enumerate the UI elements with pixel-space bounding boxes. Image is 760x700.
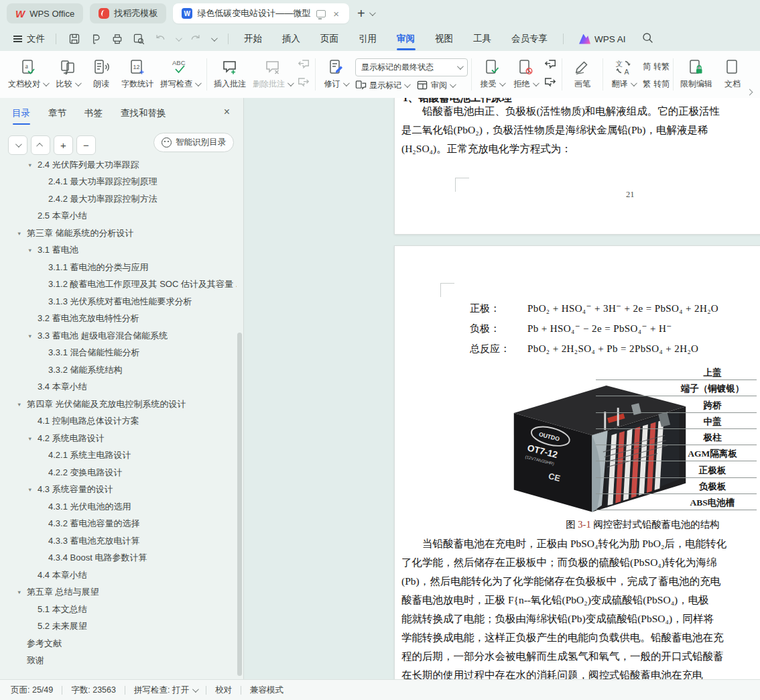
menu-item-tools[interactable]: 工具 <box>463 27 501 51</box>
toc-item[interactable]: ▼ 4.3.3 蓄电池充放电计算 <box>0 532 237 550</box>
toc-collapse-triangle-icon[interactable]: ▼ <box>17 402 21 408</box>
body-text-line[interactable]: (Pb)，然后电能转化为了化学能储存在负极板中，完成了蓄电池的充电 <box>401 572 760 591</box>
toc-item[interactable]: ▼ 4.2.1 系统主电路设计 <box>0 447 237 465</box>
toc-next-heading-button[interactable] <box>8 135 27 155</box>
print-icon[interactable] <box>111 33 123 45</box>
toc-collapse-all-button[interactable]: − <box>76 135 96 155</box>
toc-collapse-triangle-icon[interactable]: ▼ <box>27 333 32 339</box>
body-text-line[interactable]: 当铅酸蓄电池在充电时，正极由 PbSO₄转化为肋 PbO₂后，电能转化 <box>401 534 760 553</box>
toc-item[interactable]: ▼ 2.4.1 最大功率跟踪控制原理 <box>0 174 237 191</box>
save-icon[interactable] <box>68 33 80 45</box>
toc-collapse-triangle-icon[interactable]: ▼ <box>27 487 32 493</box>
insert-comment-button[interactable]: 插入批注 <box>210 56 249 93</box>
toc-item[interactable]: ▼ 3.1.1 蓄电池的分类与应用 <box>0 259 237 276</box>
tab-wps-home[interactable]: W WPS Office <box>7 3 83 23</box>
export-pdf-icon[interactable] <box>90 33 102 45</box>
document-permission-button[interactable]: 文档 <box>716 56 749 93</box>
compare-button[interactable]: 比较 <box>51 56 84 93</box>
word-count-indicator[interactable]: 字数: 23563 <box>71 685 116 696</box>
menu-item-review[interactable]: 审阅 <box>387 27 425 51</box>
toc-collapse-triangle-icon[interactable]: ▼ <box>27 247 32 253</box>
toc-item[interactable]: ▼ 2.5 本章小结 <box>0 208 237 225</box>
page-indicator[interactable]: 页面: 25/49 <box>11 685 53 696</box>
sidebar-tab-find-replace[interactable]: 查找和替换 <box>121 98 166 129</box>
toc-item[interactable]: ▼ 5.2 未来展望 <box>0 618 237 636</box>
toc-previous-heading-button[interactable] <box>31 135 50 155</box>
accept-change-button[interactable]: 接受 <box>475 56 509 93</box>
previous-change-icon[interactable] <box>544 58 557 72</box>
translate-button[interactable]: 文A 翻译 <box>607 56 640 93</box>
toc-item[interactable]: ▼ 4.3 系统容量的设计 <box>0 481 237 499</box>
next-change-icon[interactable] <box>544 76 557 91</box>
toc-item[interactable]: ▼ 4.3.1 光伏电池的选用 <box>0 498 237 516</box>
sidebar-tab-contents[interactable]: 目录 <box>12 98 30 129</box>
sidebar-tab-bookmarks[interactable]: 书签 <box>84 98 103 129</box>
menu-item-reference[interactable]: 引用 <box>349 27 387 51</box>
file-menu-button[interactable]: 文件 <box>8 33 50 45</box>
body-text-line[interactable]: 酸蓄电池放电时，正极 F{n--氧化铅(PbO₂)变成硫酸铅(PbSO₄)，电极 <box>401 591 760 609</box>
toc-collapse-triangle-icon[interactable]: ▼ <box>17 231 21 237</box>
equation-row[interactable]: 总反应： PbO₂ + 2H₂SO₄ + Pb = 2PbSO₄ + 2H₂O <box>470 339 718 359</box>
toc-item[interactable]: ▼ 3.1.2 酸蓄电池工作原理及其 SOC 估计及其容量 ... <box>0 276 237 294</box>
toc-item[interactable]: ▼ 4.4 本章小结 <box>0 567 237 584</box>
toc-item[interactable]: ▼ 3.3.2 储能系统结构 <box>0 361 237 379</box>
toc-item[interactable]: ▼ 3.3.1 混合储能性能分析 <box>0 345 237 362</box>
read-aloud-button[interactable]: 朗读 <box>84 56 118 93</box>
toc-item[interactable]: ▼ 3.1.3 光伏系统对蓄电池性能要求分析 <box>0 293 237 310</box>
toc-item[interactable]: ▼ 致谢 <box>0 652 237 670</box>
document-page-21[interactable]: 1、铅酸蓄电池工作原理 铅酸蓄电池由正、负极板(活性物质)和电解液组成。它的正极… <box>394 98 760 235</box>
toc-collapse-triangle-icon[interactable]: ▼ <box>27 436 32 442</box>
menu-item-insert[interactable]: 插入 <box>272 27 310 51</box>
menu-item-page[interactable]: 页面 <box>310 27 349 51</box>
menu-item-member[interactable]: 会员专享 <box>501 27 558 51</box>
body-text-line[interactable]: 铅酸蓄电池由正、负极板(活性物质)和电解液组成。它的正极活性 <box>401 105 720 119</box>
toc-item[interactable]: ▼ 3.2 蓄电池充放电特性分析 <box>0 310 237 328</box>
toc-item[interactable]: ▼ 3.1 蓄电池 <box>0 242 237 259</box>
toc-item[interactable]: ▼ 4.1 控制电路总体设计方案 <box>0 413 237 430</box>
track-changes-button[interactable]: 修订 <box>319 56 353 93</box>
restrict-editing-button[interactable]: 限制编辑 <box>677 56 716 93</box>
new-tab-button[interactable]: + <box>357 6 365 21</box>
more-commands-chevron-icon[interactable] <box>211 35 218 42</box>
spellcheck-status[interactable]: 拼写检查: 打开 <box>134 685 197 696</box>
body-text-line[interactable]: 在长期的使用过程中存在水的消耗问题，阀控式铅酸蓄电池在充电 <box>401 666 760 680</box>
toc-item[interactable]: ▼ 4.3.4 Boost 电路参数计算 <box>0 550 237 567</box>
toc-item[interactable]: ▼ 4.3.2 蓄电池容量的选择 <box>0 516 237 533</box>
toc-expand-all-button[interactable]: + <box>54 135 73 155</box>
toc-item[interactable]: ▼ 4.2 系统电路设计 <box>0 430 237 447</box>
wps-ai-button[interactable]: WPS AI <box>569 27 636 51</box>
simplified-to-traditional-button[interactable]: 简 转繁 <box>643 61 670 72</box>
tab-list-chevron-icon[interactable] <box>369 9 376 16</box>
search-icon[interactable] <box>641 32 654 46</box>
proofread-button[interactable]: 校对 <box>215 685 232 696</box>
body-text-line[interactable]: 学能转换成电能，这样正负极产生的电能向负载供电。铅酸蓄电池在充 <box>401 628 760 647</box>
body-text-line[interactable]: 了化学能，然后储存在正极板中；而负极的硫酸铅(PbSO₄)转化为海绵 <box>401 553 760 572</box>
body-text-line[interactable]: (H₂SO₄)。正常充放电化学方程式为： <box>401 142 572 156</box>
markup-state-dropdown[interactable]: 显示标记的最终状态 <box>355 58 468 76</box>
toc-item[interactable]: ▼ 3.3 蓄电池 超级电容混合储能系统 <box>0 327 237 345</box>
toc-item[interactable]: ▼ 3.4 本章小结 <box>0 379 237 396</box>
word-count-button[interactable]: 12 字数统计 <box>118 56 157 93</box>
ink-pen-button[interactable]: 画笔 <box>566 56 599 93</box>
toc-collapse-triangle-icon[interactable]: ▼ <box>17 589 21 595</box>
toc-item[interactable]: ▼ 第四章 光伏储能及充放电控制系统的设计 <box>0 396 237 413</box>
toc-item[interactable]: ▼ 4.2.2 变换电路设计 <box>0 464 237 481</box>
body-text-line[interactable]: 是二氧化铅(PbO₂)，负极活性物质是海绵状金属铅(Pb)，电解液是稀 <box>401 123 708 137</box>
toc-item[interactable]: ▼ 第五章 总结与展望 <box>0 584 237 601</box>
toc-item[interactable]: ▼ 2.4 光伏阵列最大功率跟踪 <box>0 161 237 174</box>
body-text-line[interactable]: 程的后期，一部分水会被电解而生成氢气和氧气，一般的开口式铅酸蓄 <box>401 647 760 666</box>
smart-recognize-toc-button[interactable]: 智能识别目录 <box>153 133 234 152</box>
sidebar-tab-chapters[interactable]: 章节 <box>48 98 66 129</box>
toc-item[interactable]: ▼ 参考文献 <box>0 635 237 652</box>
toc-item[interactable]: ▼ 5.1 本文总结 <box>0 601 237 618</box>
close-tab-icon[interactable]: × <box>332 9 340 19</box>
toc-item[interactable]: ▼ 2.4.2 最大功率跟踪控制方法 <box>0 190 237 208</box>
document-page-22[interactable]: 正极： PbO₂ + HSO₄⁻ + 3H⁻ + 2e = PbSO₄ + 2H… <box>394 245 760 680</box>
menu-item-home[interactable]: 开始 <box>234 27 272 51</box>
doc-proof-button[interactable]: a 文档校对 <box>5 56 51 93</box>
tab-document[interactable]: W 绿色低碳变电站设计——微型 × <box>173 3 349 23</box>
menu-item-view[interactable]: 视图 <box>425 27 463 51</box>
equation-row[interactable]: 负极： Pb + HSO₄⁻ − 2e = PbSO₄⁻ + H⁻ <box>470 318 718 339</box>
toc-collapse-triangle-icon[interactable]: ▼ <box>27 162 32 168</box>
equation-row[interactable]: 正极： PbO₂ + HSO₄⁻ + 3H⁻ + 2e = PbSO₄ + 2H… <box>470 298 718 318</box>
